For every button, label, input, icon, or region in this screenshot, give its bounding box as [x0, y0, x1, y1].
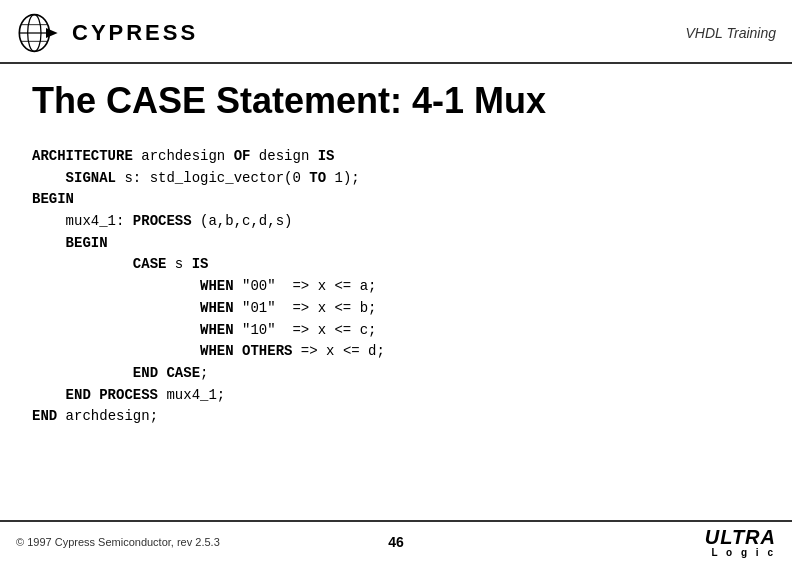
code-line: END CASE; [32, 363, 760, 385]
cypress-logo-icon [16, 8, 66, 58]
code-line: BEGIN [32, 233, 760, 255]
code-block: ARCHITECTURE archdesign OF design IS SIG… [32, 146, 760, 428]
code-line: WHEN "01" => x <= b; [32, 298, 760, 320]
svg-marker-5 [46, 28, 58, 38]
code-line: WHEN "00" => x <= a; [32, 276, 760, 298]
ultra-text: ULTRA [705, 527, 776, 547]
ultra-logic-logo: ULTRA L o g i c [705, 527, 776, 558]
footer: © 1997 Cypress Semiconductor, rev 2.5.3 … [0, 520, 792, 562]
code-line: SIGNAL s: std_logic_vector(0 TO 1); [32, 168, 760, 190]
code-line: BEGIN [32, 189, 760, 211]
logo-text: CYPRESS [72, 20, 198, 46]
logo-area: CYPRESS [16, 8, 198, 58]
code-line: WHEN OTHERS => x <= d; [32, 341, 760, 363]
slide-title: The CASE Statement: 4-1 Mux [32, 80, 760, 122]
header-title: VHDL Training [685, 25, 776, 41]
code-line: ARCHITECTURE archdesign OF design IS [32, 146, 760, 168]
logic-text: L o g i c [711, 547, 776, 558]
code-line: END archdesign; [32, 406, 760, 428]
code-line: END PROCESS mux4_1; [32, 385, 760, 407]
main-content: The CASE Statement: 4-1 Mux ARCHITECTURE… [0, 64, 792, 436]
code-line: mux4_1: PROCESS (a,b,c,d,s) [32, 211, 760, 233]
footer-copyright: © 1997 Cypress Semiconductor, rev 2.5.3 [16, 536, 220, 548]
footer-page-number: 46 [388, 534, 404, 550]
header: CYPRESS VHDL Training [0, 0, 792, 64]
code-line: WHEN "10" => x <= c; [32, 320, 760, 342]
code-line: CASE s IS [32, 254, 760, 276]
